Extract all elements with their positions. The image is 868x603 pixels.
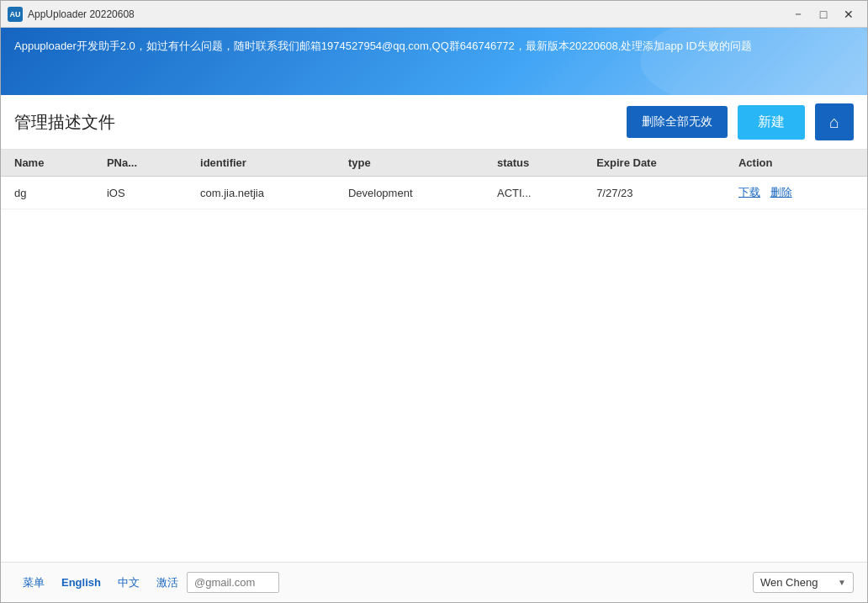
col-platform: PNa... xyxy=(93,150,187,177)
table-row: dg iOS com.jia.netjia Development ACTI..… xyxy=(1,177,867,209)
download-button[interactable]: 下载 xyxy=(738,185,760,200)
title-bar: AU AppUploader 20220608 － □ ✕ xyxy=(1,1,867,28)
table-container: Name PNa... identifier type status Expir… xyxy=(1,150,867,562)
cell-action: 下载 删除 xyxy=(725,177,867,209)
table-body: dg iOS com.jia.netjia Development ACTI..… xyxy=(1,177,867,209)
restore-button[interactable]: □ xyxy=(812,5,835,24)
row-delete-button[interactable]: 删除 xyxy=(770,185,792,200)
home-button[interactable]: ⌂ xyxy=(815,103,854,140)
col-name: Name xyxy=(1,150,93,177)
cell-status: ACTI... xyxy=(484,177,583,209)
cell-name: dg xyxy=(1,177,93,209)
cell-type: Development xyxy=(335,177,484,209)
minimize-button[interactable]: － xyxy=(786,5,810,24)
page-title: 管理描述文件 xyxy=(14,111,617,134)
col-identifier: identifier xyxy=(187,150,335,177)
cell-expire-date: 7/27/23 xyxy=(583,177,725,209)
banner-text: Appuploader开发助手2.0，如过有什么问题，随时联系我们邮箱19745… xyxy=(14,38,854,56)
col-action: Action xyxy=(725,150,867,177)
user-name-label: Wen Cheng xyxy=(760,576,818,589)
banner: Appuploader开发助手2.0，如过有什么问题，随时联系我们邮箱19745… xyxy=(1,28,867,95)
footer-english-link[interactable]: English xyxy=(53,576,109,589)
user-selector[interactable]: Wen Cheng ▼ xyxy=(753,572,854,593)
footer: 菜单 English 中文 激活 Wen Cheng ▼ xyxy=(1,562,867,602)
footer-activate-link[interactable]: 激活 xyxy=(148,575,187,590)
col-expire: Expire Date xyxy=(583,150,725,177)
footer-menu-link[interactable]: 菜单 xyxy=(14,575,53,590)
home-icon: ⌂ xyxy=(829,113,839,132)
chevron-down-icon: ▼ xyxy=(838,578,846,587)
main-content: 管理描述文件 删除全部无效 新建 ⌂ Name PNa... identifie… xyxy=(1,95,867,562)
app-window: AU AppUploader 20220608 － □ ✕ Appuploade… xyxy=(0,0,868,603)
footer-right: Wen Cheng ▼ xyxy=(753,572,854,593)
close-button[interactable]: ✕ xyxy=(837,5,860,24)
footer-chinese-link[interactable]: 中文 xyxy=(109,575,148,590)
email-input[interactable] xyxy=(187,572,279,593)
profiles-table: Name PNa... identifier type status Expir… xyxy=(1,150,867,209)
app-icon: AU xyxy=(8,7,23,22)
col-type: type xyxy=(335,150,484,177)
col-status: status xyxy=(484,150,583,177)
header-row: Name PNa... identifier type status Expir… xyxy=(1,150,867,177)
window-controls: － □ ✕ xyxy=(786,5,860,24)
cell-platform: iOS xyxy=(93,177,187,209)
new-button[interactable]: 新建 xyxy=(738,105,805,140)
window-title: AppUploader 20220608 xyxy=(28,8,786,20)
delete-all-button[interactable]: 删除全部无效 xyxy=(627,106,728,138)
table-header: Name PNa... identifier type status Expir… xyxy=(1,150,867,177)
toolbar: 管理描述文件 删除全部无效 新建 ⌂ xyxy=(1,95,867,150)
cell-identifier: com.jia.netjia xyxy=(187,177,335,209)
